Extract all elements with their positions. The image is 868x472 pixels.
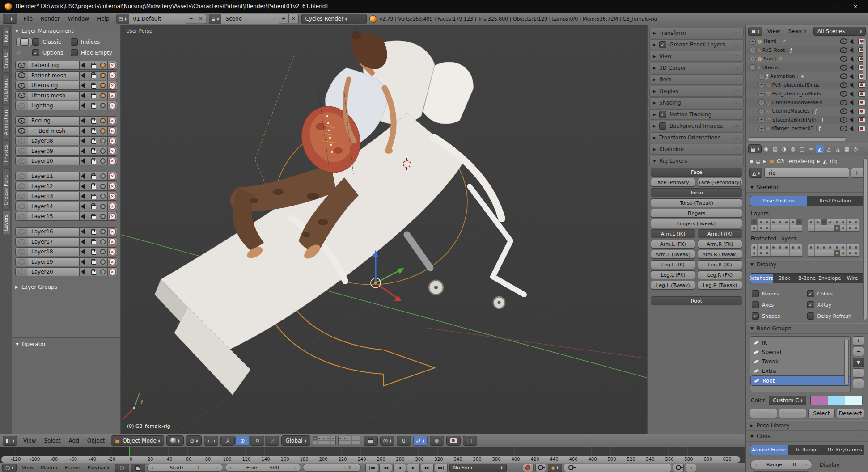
layer-render-button[interactable] — [98, 202, 108, 211]
play-reverse-button[interactable]: ◀ — [393, 464, 406, 472]
layer-cell[interactable] — [322, 441, 326, 445]
layer-cell[interactable] — [847, 225, 853, 231]
rig-layer-button-arm-l-fk[interactable]: Arm.L (FK) — [651, 240, 695, 249]
close-button[interactable]: × — [847, 1, 864, 11]
renderability-icon[interactable] — [858, 117, 865, 122]
visibility-icon[interactable] — [840, 126, 847, 131]
panel-header-motion-tracking[interactable]: ▶✓Motion Tracking — [649, 109, 744, 120]
bone-group-special[interactable]: Special — [750, 347, 850, 357]
layer-visibility-button[interactable] — [15, 91, 28, 100]
renderability-icon[interactable] — [858, 109, 865, 114]
bone-group-root[interactable]: Root — [750, 375, 850, 386]
selectability-icon[interactable] — [850, 39, 856, 45]
layer-cell[interactable] — [827, 219, 834, 225]
layer-name-field[interactable]: Layer15 — [28, 212, 80, 221]
prev-keyframe-button[interactable]: ◀◀ — [379, 464, 392, 472]
layer-render-button[interactable] — [98, 81, 108, 90]
rig-layer-button-leg-r-ik[interactable]: Leg.R (IK) — [698, 260, 742, 269]
selectability-icon[interactable] — [850, 56, 856, 63]
layer-render-button[interactable] — [98, 126, 108, 135]
layer-cell[interactable] — [790, 250, 796, 256]
layer-select-button[interactable] — [80, 172, 89, 181]
editor-type-button[interactable]: i — [3, 14, 17, 24]
layer-cell[interactable] — [322, 436, 326, 441]
snap-element-dropdown[interactable]: ⇄ — [413, 436, 428, 446]
delete-scene-button[interactable]: × — [288, 14, 298, 23]
tab-constraints-icon[interactable]: ∞ — [807, 145, 815, 153]
layer-name-field[interactable]: Layer13 — [28, 192, 80, 201]
layer-cell[interactable] — [352, 441, 356, 445]
expand-toggle[interactable]: + — [749, 47, 756, 53]
layer-cell[interactable] — [790, 225, 796, 231]
layer-lock-button[interactable] — [89, 237, 98, 246]
layer-visibility-button[interactable] — [15, 227, 28, 236]
classic-checkbox[interactable]: Classic — [32, 38, 71, 46]
bone-group-extra[interactable]: Extra — [750, 366, 850, 375]
tab-physics-icon[interactable]: ◎ — [851, 145, 860, 153]
layer-cell[interactable] — [326, 441, 331, 445]
layer-cell[interactable] — [821, 225, 827, 231]
layer-lock-button[interactable] — [89, 172, 98, 181]
layer-visibility-button[interactable] — [15, 237, 28, 246]
frame-start-field[interactable]: Start: 1 — [147, 464, 223, 472]
rig-layer-button-face-primary[interactable]: Face (Primary) — [651, 178, 695, 187]
layer-render-button[interactable] — [98, 71, 108, 80]
layer-cell[interactable] — [356, 441, 361, 445]
layer-delete-button[interactable]: × — [108, 126, 117, 135]
layer-select-button[interactable] — [80, 71, 89, 80]
bone-type-wire[interactable]: Wire — [841, 274, 864, 283]
layer-delete-button[interactable]: × — [108, 156, 117, 165]
panel-checkbox[interactable]: ✓ — [659, 111, 666, 118]
layer-cell[interactable] — [815, 250, 821, 256]
rig-layer-button-arm-r-tweak[interactable]: Arm.R (Tweak) — [698, 250, 742, 259]
layer-select-button[interactable] — [80, 202, 89, 211]
pin-icon[interactable] — [750, 160, 753, 163]
skeleton-panel-header[interactable]: ▼Skeleton — [746, 182, 868, 193]
layer-render-button[interactable] — [98, 267, 108, 276]
time-display-button[interactable]: ◷ — [115, 464, 129, 472]
position-rest-position[interactable]: Rest Position — [807, 196, 864, 206]
layer-visibility-button[interactable] — [15, 136, 28, 145]
hide-empty-checkbox[interactable]: Hide Empty — [71, 49, 116, 56]
layer-select-button[interactable] — [80, 247, 89, 256]
layer-cell[interactable] — [847, 244, 853, 250]
proportional-edit-dropdown[interactable]: ◎ — [380, 436, 394, 446]
armature-selector-button[interactable]: ◭ — [749, 168, 762, 178]
sync-dropdown[interactable]: No Sync — [449, 464, 507, 472]
layer-name-field[interactable]: Layer20 — [28, 267, 80, 276]
layer-cell[interactable] — [827, 250, 834, 256]
opengl-render-anim-button[interactable]: ◫ — [463, 436, 477, 446]
rig-layer-button-torso[interactable]: Torso — [651, 188, 742, 197]
outliner-item-uterinemuscles[interactable]: +▽UterineMuscles|ƒ — [746, 107, 868, 116]
layer-render-button[interactable] — [98, 147, 108, 156]
fake-user-button[interactable]: F — [851, 168, 864, 178]
layer-lock-button[interactable] — [89, 91, 98, 100]
tab-object-data-icon[interactable]: ◭ — [816, 145, 824, 153]
tab-world-icon[interactable]: ◍ — [789, 145, 797, 153]
expand-toggle[interactable]: + — [749, 56, 756, 62]
menu-file[interactable]: File — [20, 15, 37, 23]
layer-select-button[interactable] — [80, 136, 89, 145]
layer-lock-button[interactable] — [89, 192, 98, 201]
pivot-align-toggle[interactable]: ⟷ — [204, 436, 218, 446]
bone-group-specials-button[interactable]: ▼ — [853, 358, 864, 367]
jump-end-button[interactable]: ▶▶| — [435, 464, 448, 472]
layer-cell[interactable] — [796, 244, 803, 250]
layer-delete-button[interactable]: × — [108, 101, 117, 110]
visibility-icon[interactable] — [840, 56, 847, 62]
layer-lock-button[interactable] — [89, 116, 98, 125]
layer-delete-button[interactable]: × — [108, 237, 117, 246]
menu-playback[interactable]: Playback — [84, 465, 113, 471]
shelf-tab-animation[interactable]: Animation — [2, 106, 10, 139]
layer-cell[interactable] — [847, 219, 853, 225]
rig-layer-button-face[interactable]: Face — [651, 168, 742, 177]
layer-name-field[interactable]: Layer19 — [28, 257, 80, 266]
layer-cell[interactable] — [834, 250, 840, 256]
bone-type-octahedral[interactable]: Octahedral — [750, 274, 773, 283]
lock-to-scene-toggle[interactable] — [364, 436, 378, 446]
layer-cell[interactable] — [758, 244, 764, 250]
timeline-band[interactable]: -120-100-80-60-40-2002040608010012014016… — [0, 447, 745, 463]
rig-layer-button-arm-r-fk[interactable]: Arm.R (FK) — [698, 240, 742, 249]
properties-scrollbar[interactable] — [863, 158, 867, 320]
menu-view[interactable]: View — [19, 437, 40, 445]
